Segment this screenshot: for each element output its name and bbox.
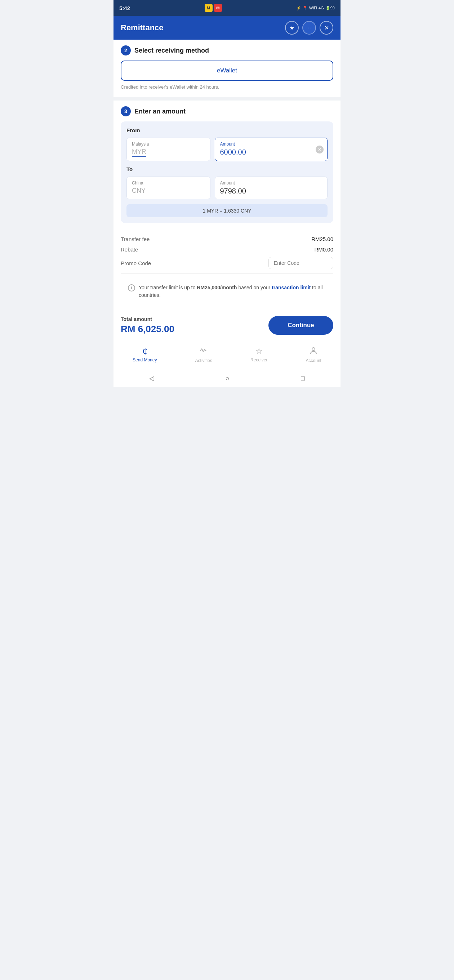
transaction-limit-link[interactable]: transaction limit bbox=[272, 285, 311, 290]
from-currency-box[interactable]: Malaysia MYR bbox=[126, 138, 210, 161]
status-bar: 5:42 M ✉ ⚡ 📍 WiFi 4G 🔋99 bbox=[113, 0, 341, 16]
total-amount: RM 6,025.00 bbox=[121, 323, 174, 335]
status-app-icons: M ✉ bbox=[205, 4, 222, 12]
nav-send-money[interactable]: ₵ Send Money bbox=[132, 347, 157, 363]
rebate-value: RM0.00 bbox=[314, 247, 333, 253]
from-amount-label: Amount bbox=[220, 142, 322, 146]
step3-title: Enter an amount bbox=[134, 108, 186, 115]
fee-section: Transfer fee RM25.00 Rebate RM0.00 Promo… bbox=[113, 230, 341, 310]
send-money-label: Send Money bbox=[132, 357, 157, 363]
battery-icon: 🔋99 bbox=[325, 6, 335, 10]
total-amount-container: Total amount RM 6,025.00 bbox=[121, 317, 174, 335]
recent-button[interactable]: □ bbox=[301, 375, 305, 382]
step3-badge: 3 bbox=[121, 106, 131, 116]
account-label: Account bbox=[306, 358, 322, 363]
to-country: China bbox=[132, 180, 205, 186]
step3-header: 3 Enter an amount bbox=[121, 106, 333, 116]
continue-button[interactable]: Continue bbox=[268, 316, 333, 335]
transfer-fee-row: Transfer fee RM25.00 bbox=[121, 236, 333, 242]
location-icon: 📍 bbox=[303, 6, 308, 10]
to-amount-box[interactable]: Amount 9798.00 bbox=[215, 177, 328, 199]
exchange-rate: 1 MYR = 1.6330 CNY bbox=[126, 204, 328, 217]
total-label: Total amount bbox=[121, 317, 174, 322]
transfer-fee-value: RM25.00 bbox=[311, 236, 333, 242]
send-money-icon: ₵ bbox=[142, 347, 147, 356]
from-amount-value: 6000.00 bbox=[220, 148, 322, 156]
section-receiving-method: 2 Select receiving method eWallet Credit… bbox=[113, 40, 341, 97]
svg-point-0 bbox=[312, 348, 315, 350]
bottom-nav: ₵ Send Money Activities ☆ Receiver Accou… bbox=[113, 342, 341, 369]
status-time: 5:42 bbox=[119, 5, 130, 11]
main-content: 2 Select receiving method eWallet Credit… bbox=[113, 40, 341, 387]
clear-amount-button[interactable]: ✕ bbox=[315, 146, 323, 153]
wifi-icon: WiFi bbox=[309, 6, 317, 10]
step2-badge: 2 bbox=[121, 45, 131, 56]
amount-fields-container: From Malaysia MYR Amount 6000.00 ✕ To Ch… bbox=[121, 121, 333, 223]
app-icon-red: ✉ bbox=[214, 4, 222, 12]
to-currency-box[interactable]: China CNY bbox=[126, 177, 210, 199]
receiver-icon: ☆ bbox=[255, 347, 263, 356]
bluetooth-icon: ⚡ bbox=[296, 6, 301, 10]
activities-icon bbox=[200, 347, 207, 357]
total-section: Total amount RM 6,025.00 Continue bbox=[113, 310, 341, 342]
step2-title: Select receiving method bbox=[134, 47, 209, 54]
page-title: Remittance bbox=[121, 23, 164, 32]
more-options-button[interactable]: ··· bbox=[302, 21, 316, 35]
promo-label: Promo Code bbox=[121, 260, 151, 266]
ewallet-method-box[interactable]: eWallet bbox=[121, 60, 333, 81]
to-row: China CNY Amount 9798.00 bbox=[126, 177, 328, 199]
nav-receiver[interactable]: ☆ Receiver bbox=[250, 347, 268, 363]
receiver-label: Receiver bbox=[250, 357, 268, 363]
header-actions: ★ ··· ✕ bbox=[285, 21, 333, 35]
close-button[interactable]: ✕ bbox=[320, 21, 333, 35]
divider bbox=[121, 274, 333, 274]
nav-activities[interactable]: Activities bbox=[195, 347, 212, 363]
favorite-button[interactable]: ★ bbox=[285, 21, 299, 35]
rebate-label: Rebate bbox=[121, 247, 138, 253]
from-country: Malaysia bbox=[132, 142, 205, 146]
to-amount-label: Amount bbox=[220, 180, 322, 186]
from-label: From bbox=[126, 127, 328, 133]
signal-icon: 4G bbox=[319, 6, 324, 10]
from-amount-box[interactable]: Amount 6000.00 ✕ bbox=[215, 138, 328, 161]
ewallet-label: eWallet bbox=[217, 67, 237, 74]
activities-label: Activities bbox=[195, 358, 212, 363]
app-header: Remittance ★ ··· ✕ bbox=[113, 16, 341, 40]
section-enter-amount: 3 Enter an amount From Malaysia MYR Amou… bbox=[113, 100, 341, 230]
from-row: Malaysia MYR Amount 6000.00 ✕ bbox=[126, 138, 328, 161]
transfer-limit-note: i Your transfer limit is up to RM25,000/… bbox=[121, 279, 333, 304]
from-currency-code: MYR bbox=[132, 148, 146, 157]
promo-code-input[interactable] bbox=[268, 257, 333, 269]
info-icon: i bbox=[128, 284, 135, 291]
nav-account[interactable]: Account bbox=[306, 347, 322, 363]
to-label: To bbox=[126, 166, 328, 172]
back-button[interactable]: ◁ bbox=[149, 374, 154, 382]
account-icon bbox=[309, 347, 317, 357]
promo-row: Promo Code bbox=[121, 257, 333, 269]
to-amount-value: 9798.00 bbox=[220, 187, 322, 195]
rebate-row: Rebate RM0.00 bbox=[121, 247, 333, 253]
app-icon-m: M bbox=[205, 4, 213, 12]
ewallet-note: Credited into receiver's eWallet within … bbox=[121, 84, 333, 90]
limit-text: Your transfer limit is up to RM25,000/mo… bbox=[139, 284, 326, 299]
step2-header: 2 Select receiving method bbox=[121, 45, 333, 56]
transfer-fee-label: Transfer fee bbox=[121, 236, 150, 242]
to-currency-code: CNY bbox=[132, 187, 205, 194]
status-icons: ⚡ 📍 WiFi 4G 🔋99 bbox=[296, 6, 335, 10]
system-nav: ◁ ○ □ bbox=[113, 369, 341, 387]
home-button[interactable]: ○ bbox=[226, 375, 229, 382]
